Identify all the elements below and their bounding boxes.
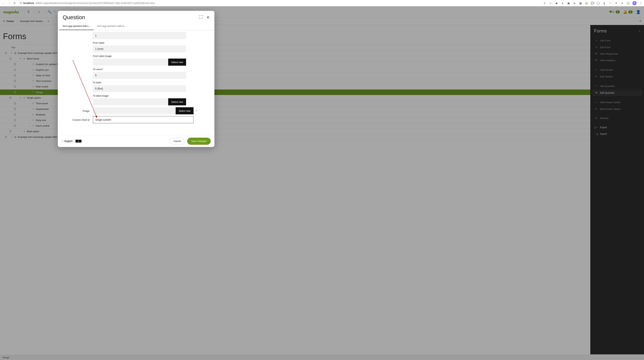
url-rest: :8080/.magnolia/admincentral#app:forms:b…: [35, 2, 155, 5]
avatar[interactable]: R: [632, 1, 636, 5]
send-icon[interactable]: ✦: [561, 2, 564, 5]
reload-icon[interactable]: ⟳: [13, 1, 16, 5]
cancel-button[interactable]: Cancel: [170, 138, 185, 145]
back-icon[interactable]: ←: [2, 1, 5, 5]
close-icon[interactable]: ✕: [206, 15, 210, 20]
device-icon[interactable]: ▣: [567, 2, 570, 5]
panel-icon[interactable]: ◫: [626, 2, 630, 5]
question-dialog: Question ⛶ ✕ form-app.question-edit.t...…: [58, 11, 214, 147]
dialog-tab-1[interactable]: form-app.question-edit.t...: [59, 22, 94, 30]
info-icon: ⓘ: [20, 2, 22, 5]
image-box: [93, 107, 176, 114]
vue-icon[interactable]: V: [608, 2, 612, 5]
stack-icon[interactable]: ≋: [573, 2, 576, 5]
dialog-title: Question: [63, 14, 85, 21]
from-label-input[interactable]: [93, 45, 186, 53]
custom-chart-id-input[interactable]: [93, 116, 194, 123]
sheet-icon[interactable]: ▤: [585, 2, 588, 5]
share-icon[interactable]: ⇪: [543, 2, 546, 5]
from-label-image-box: [93, 59, 168, 66]
forward-icon[interactable]: →: [7, 1, 11, 5]
star-icon[interactable]: ☆: [549, 2, 552, 5]
select-new-button[interactable]: Select new: [168, 98, 186, 105]
grid-icon[interactable]: ▦: [579, 2, 582, 5]
to-value-label: To value*: [93, 66, 203, 72]
browser-chrome: ← → ⟳ ⓘ localhost :8080/.magnolia/adminc…: [0, 0, 644, 6]
from-label-image-label: From label image: [93, 53, 203, 59]
dialog-body: From label From label image Select new T…: [58, 30, 214, 135]
to-label-input[interactable]: [93, 85, 186, 92]
custom-chart-id-label: Custom chart id: [69, 118, 93, 121]
expand-icon[interactable]: ⛶: [199, 15, 203, 20]
dialog-header: Question ⛶ ✕: [58, 11, 214, 22]
save-button[interactable]: Save changes: [187, 138, 211, 145]
circle-icon[interactable]: ◯: [597, 2, 600, 5]
browser-right-icons: ⇪ ☆ ◙ ✦ ▣ ≋ ▦ ▤ 💬 ◯ ▮ V ✦ ❧ ◫ R ⋮: [543, 1, 642, 5]
select-new-button[interactable]: Select new: [168, 59, 186, 66]
from-value-input[interactable]: [93, 32, 186, 39]
from-label-label: From label: [93, 40, 203, 45]
select-new-button[interactable]: Select new: [176, 107, 194, 114]
camera-icon[interactable]: ◙: [555, 2, 558, 5]
dialog-tab-2[interactable]: form-app.question-edit.ta...: [94, 22, 129, 30]
flag-icon[interactable]: ▮: [602, 2, 606, 5]
language-value: English: [62, 140, 76, 143]
chevron-down-icon: ▾: [76, 140, 82, 143]
to-label-label: To label: [93, 80, 203, 85]
to-value-input[interactable]: [93, 72, 186, 79]
image-label: Image: [69, 110, 93, 112]
puzzle-icon[interactable]: ✦: [614, 2, 618, 5]
language-select[interactable]: English ▾: [62, 140, 82, 143]
dialog-tabs: form-app.question-edit.t... form-app.que…: [58, 22, 214, 30]
url-host: localhost: [23, 2, 34, 5]
kebab-icon[interactable]: ⋮: [639, 2, 642, 5]
dialog-footer: English ▾ Cancel Save changes: [58, 135, 214, 147]
to-label-image-label: To label image: [93, 93, 203, 98]
to-label-image-box: [93, 98, 168, 105]
url-bar[interactable]: ⓘ localhost :8080/.magnolia/admincentral…: [18, 1, 541, 6]
chat-icon[interactable]: 💬: [591, 2, 594, 5]
help-icon[interactable]: ?: [196, 110, 197, 112]
leaf-icon[interactable]: ❧: [620, 2, 624, 5]
